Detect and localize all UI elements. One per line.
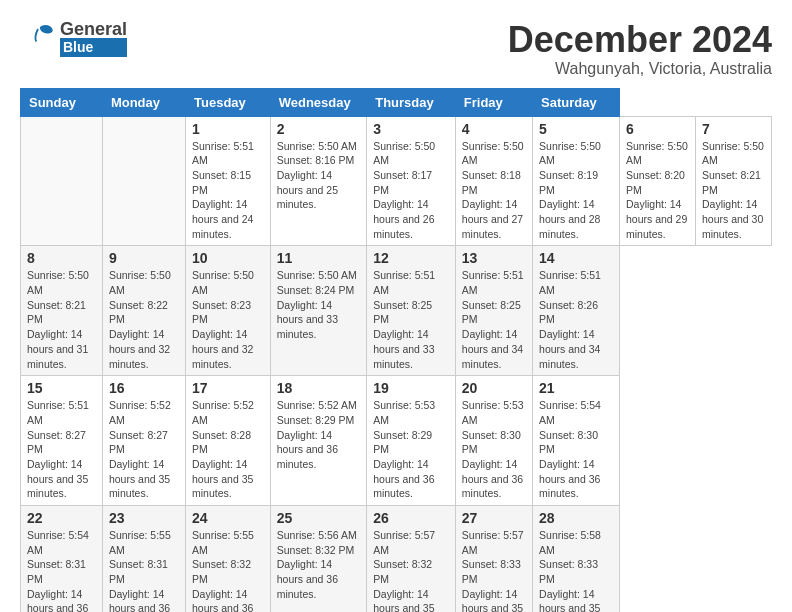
- calendar-cell: 13Sunrise: 5:51 AMSunset: 8:25 PMDayligh…: [455, 246, 532, 376]
- logo-text: General Blue: [60, 20, 127, 57]
- day-info: Sunrise: 5:50 AMSunset: 8:18 PMDaylight:…: [462, 139, 526, 242]
- calendar-cell: 15Sunrise: 5:51 AMSunset: 8:27 PMDayligh…: [21, 376, 103, 506]
- calendar-cell: 28Sunrise: 5:58 AMSunset: 8:33 PMDayligh…: [533, 506, 620, 612]
- calendar-table: SundayMondayTuesdayWednesdayThursdayFrid…: [20, 88, 772, 612]
- day-info: Sunrise: 5:53 AMSunset: 8:29 PMDaylight:…: [373, 398, 449, 501]
- day-number: 8: [27, 250, 96, 266]
- day-info: Sunrise: 5:52 AMSunset: 8:27 PMDaylight:…: [109, 398, 179, 501]
- header-cell-tuesday: Tuesday: [186, 88, 271, 116]
- calendar-cell: 4Sunrise: 5:50 AMSunset: 8:18 PMDaylight…: [455, 116, 532, 246]
- day-number: 24: [192, 510, 264, 526]
- day-number: 4: [462, 121, 526, 137]
- calendar-cell: [21, 116, 103, 246]
- calendar-cell: 25Sunrise: 5:56 AMSunset: 8:32 PMDayligh…: [270, 506, 367, 612]
- day-info: Sunrise: 5:58 AMSunset: 8:33 PMDaylight:…: [539, 528, 613, 612]
- day-number: 21: [539, 380, 613, 396]
- calendar-cell: 3Sunrise: 5:50 AMSunset: 8:17 PMDaylight…: [367, 116, 456, 246]
- week-row: 8Sunrise: 5:50 AMSunset: 8:21 PMDaylight…: [21, 246, 772, 376]
- calendar-cell: 22Sunrise: 5:54 AMSunset: 8:31 PMDayligh…: [21, 506, 103, 612]
- logo: General Blue: [20, 20, 127, 57]
- week-row: 1Sunrise: 5:51 AMSunset: 8:15 PMDaylight…: [21, 116, 772, 246]
- calendar-cell: 5Sunrise: 5:50 AMSunset: 8:19 PMDaylight…: [533, 116, 620, 246]
- day-info: Sunrise: 5:50 AMSunset: 8:23 PMDaylight:…: [192, 268, 264, 371]
- page-header: General Blue December 2024 Wahgunyah, Vi…: [20, 20, 772, 78]
- day-number: 17: [192, 380, 264, 396]
- day-number: 12: [373, 250, 449, 266]
- day-info: Sunrise: 5:55 AMSunset: 8:31 PMDaylight:…: [109, 528, 179, 612]
- calendar-cell: 18Sunrise: 5:52 AMSunset: 8:29 PMDayligh…: [270, 376, 367, 506]
- day-info: Sunrise: 5:56 AMSunset: 8:32 PMDaylight:…: [277, 528, 361, 601]
- month-title: December 2024: [508, 20, 772, 60]
- day-number: 9: [109, 250, 179, 266]
- header-cell-saturday: Saturday: [533, 88, 620, 116]
- calendar-body: 1Sunrise: 5:51 AMSunset: 8:15 PMDaylight…: [21, 116, 772, 612]
- calendar-cell: 8Sunrise: 5:50 AMSunset: 8:21 PMDaylight…: [21, 246, 103, 376]
- day-info: Sunrise: 5:54 AMSunset: 8:31 PMDaylight:…: [27, 528, 96, 612]
- day-info: Sunrise: 5:52 AMSunset: 8:29 PMDaylight:…: [277, 398, 361, 471]
- day-info: Sunrise: 5:51 AMSunset: 8:25 PMDaylight:…: [462, 268, 526, 371]
- header-cell-sunday: Sunday: [21, 88, 103, 116]
- calendar-cell: 16Sunrise: 5:52 AMSunset: 8:27 PMDayligh…: [102, 376, 185, 506]
- day-info: Sunrise: 5:57 AMSunset: 8:33 PMDaylight:…: [462, 528, 526, 612]
- day-number: 7: [702, 121, 765, 137]
- day-number: 1: [192, 121, 264, 137]
- calendar-cell: 24Sunrise: 5:55 AMSunset: 8:32 PMDayligh…: [186, 506, 271, 612]
- day-info: Sunrise: 5:50 AMSunset: 8:24 PMDaylight:…: [277, 268, 361, 341]
- day-number: 5: [539, 121, 613, 137]
- day-number: 26: [373, 510, 449, 526]
- calendar-cell: 27Sunrise: 5:57 AMSunset: 8:33 PMDayligh…: [455, 506, 532, 612]
- day-number: 14: [539, 250, 613, 266]
- day-number: 13: [462, 250, 526, 266]
- week-row: 15Sunrise: 5:51 AMSunset: 8:27 PMDayligh…: [21, 376, 772, 506]
- header-cell-monday: Monday: [102, 88, 185, 116]
- header-cell-wednesday: Wednesday: [270, 88, 367, 116]
- calendar-cell: 9Sunrise: 5:50 AMSunset: 8:22 PMDaylight…: [102, 246, 185, 376]
- calendar-cell: 17Sunrise: 5:52 AMSunset: 8:28 PMDayligh…: [186, 376, 271, 506]
- calendar-cell: 12Sunrise: 5:51 AMSunset: 8:25 PMDayligh…: [367, 246, 456, 376]
- day-info: Sunrise: 5:51 AMSunset: 8:25 PMDaylight:…: [373, 268, 449, 371]
- day-info: Sunrise: 5:51 AMSunset: 8:15 PMDaylight:…: [192, 139, 264, 242]
- calendar-cell: 2Sunrise: 5:50 AMSunset: 8:16 PMDaylight…: [270, 116, 367, 246]
- logo-icon: [20, 20, 56, 56]
- day-info: Sunrise: 5:50 AMSunset: 8:21 PMDaylight:…: [702, 139, 765, 242]
- day-info: Sunrise: 5:50 AMSunset: 8:16 PMDaylight:…: [277, 139, 361, 212]
- day-number: 28: [539, 510, 613, 526]
- calendar-cell: 20Sunrise: 5:53 AMSunset: 8:30 PMDayligh…: [455, 376, 532, 506]
- calendar-header: SundayMondayTuesdayWednesdayThursdayFrid…: [21, 88, 772, 116]
- header-cell-friday: Friday: [455, 88, 532, 116]
- day-number: 6: [626, 121, 689, 137]
- day-info: Sunrise: 5:53 AMSunset: 8:30 PMDaylight:…: [462, 398, 526, 501]
- calendar-cell: 7Sunrise: 5:50 AMSunset: 8:21 PMDaylight…: [695, 116, 771, 246]
- day-info: Sunrise: 5:50 AMSunset: 8:17 PMDaylight:…: [373, 139, 449, 242]
- calendar-cell: 26Sunrise: 5:57 AMSunset: 8:32 PMDayligh…: [367, 506, 456, 612]
- logo-general-text: General: [60, 20, 127, 38]
- calendar-cell: 1Sunrise: 5:51 AMSunset: 8:15 PMDaylight…: [186, 116, 271, 246]
- calendar-cell: 19Sunrise: 5:53 AMSunset: 8:29 PMDayligh…: [367, 376, 456, 506]
- day-number: 2: [277, 121, 361, 137]
- week-row: 22Sunrise: 5:54 AMSunset: 8:31 PMDayligh…: [21, 506, 772, 612]
- day-info: Sunrise: 5:54 AMSunset: 8:30 PMDaylight:…: [539, 398, 613, 501]
- day-number: 16: [109, 380, 179, 396]
- day-info: Sunrise: 5:51 AMSunset: 8:26 PMDaylight:…: [539, 268, 613, 371]
- header-row: SundayMondayTuesdayWednesdayThursdayFrid…: [21, 88, 772, 116]
- calendar-cell: 6Sunrise: 5:50 AMSunset: 8:20 PMDaylight…: [619, 116, 695, 246]
- calendar-cell: [102, 116, 185, 246]
- day-info: Sunrise: 5:50 AMSunset: 8:20 PMDaylight:…: [626, 139, 689, 242]
- day-info: Sunrise: 5:50 AMSunset: 8:21 PMDaylight:…: [27, 268, 96, 371]
- location-text: Wahgunyah, Victoria, Australia: [508, 60, 772, 78]
- day-number: 19: [373, 380, 449, 396]
- day-info: Sunrise: 5:55 AMSunset: 8:32 PMDaylight:…: [192, 528, 264, 612]
- calendar-cell: 11Sunrise: 5:50 AMSunset: 8:24 PMDayligh…: [270, 246, 367, 376]
- day-number: 23: [109, 510, 179, 526]
- day-number: 20: [462, 380, 526, 396]
- day-number: 27: [462, 510, 526, 526]
- day-info: Sunrise: 5:51 AMSunset: 8:27 PMDaylight:…: [27, 398, 96, 501]
- day-number: 3: [373, 121, 449, 137]
- day-number: 11: [277, 250, 361, 266]
- calendar-cell: 14Sunrise: 5:51 AMSunset: 8:26 PMDayligh…: [533, 246, 620, 376]
- calendar-cell: 23Sunrise: 5:55 AMSunset: 8:31 PMDayligh…: [102, 506, 185, 612]
- day-number: 15: [27, 380, 96, 396]
- title-area: December 2024 Wahgunyah, Victoria, Austr…: [508, 20, 772, 78]
- calendar-cell: 21Sunrise: 5:54 AMSunset: 8:30 PMDayligh…: [533, 376, 620, 506]
- day-number: 10: [192, 250, 264, 266]
